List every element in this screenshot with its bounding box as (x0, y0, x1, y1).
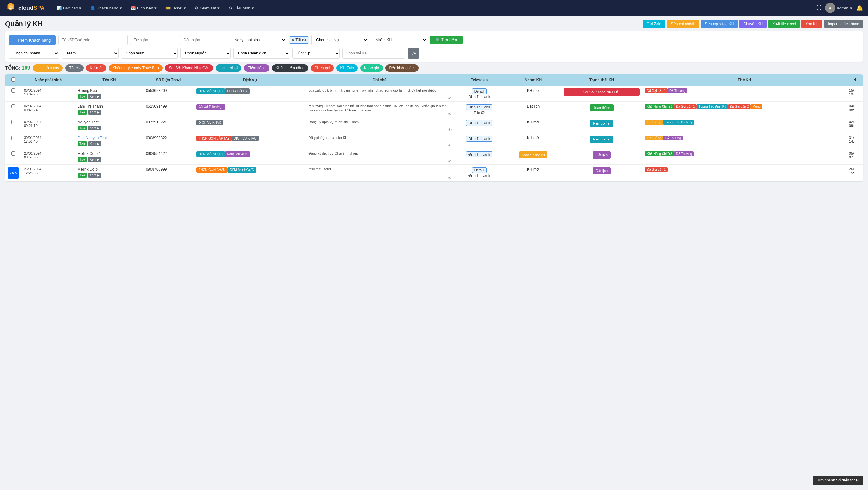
import-customer-button[interactable]: Import khách hàng (824, 20, 863, 28)
team-select[interactable]: Team (62, 48, 119, 59)
eye-icon[interactable]: 👁 (448, 112, 452, 116)
chip-new-customer[interactable]: KH mới (86, 64, 106, 72)
tao-tag[interactable]: Tạo (78, 94, 87, 99)
row-date: 28/01/2024 08:57:55 (22, 149, 75, 165)
chip-zalo[interactable]: KH Zalo (336, 64, 358, 72)
xem-tag[interactable]: Xem ▶ (88, 173, 101, 177)
telesales-name: Đinh Thị Lanh (456, 173, 503, 177)
service-tag[interactable]: DỊCH VỤ KHÁC (231, 136, 259, 141)
eye-icon[interactable]: 👁 (448, 128, 452, 132)
admin-area[interactable]: A admin ▾ (825, 3, 852, 13)
customer-name-label: Lâm Thị Thanh (78, 104, 141, 109)
chip-no-potential[interactable]: Không tiềm năng (272, 64, 308, 72)
service-tag[interactable]: ĐEM MỜ NGỰC (196, 89, 225, 94)
notification-button[interactable]: 🔔 (856, 4, 863, 11)
xem-tag[interactable]: Xem ▶ (88, 110, 101, 115)
chip-not-come[interactable]: Đến không làm (385, 64, 418, 72)
extra-filter-button[interactable]: -/+ (408, 48, 419, 59)
from-date-input[interactable] (130, 35, 178, 45)
eye-icon[interactable]: 👁 (448, 176, 452, 180)
status-badge: Hẹn gọi lại (590, 136, 614, 143)
eye-icon[interactable]: 👁 (448, 143, 452, 148)
chip-schedule[interactable]: Lịch hôm nay (33, 64, 63, 72)
service-tag[interactable]: Nâng Mũi 4DX (225, 152, 250, 157)
fullscreen-button[interactable]: ⛶ (816, 5, 822, 11)
date-type-select[interactable]: Ngày phát sinh (230, 35, 286, 45)
row-checkbox[interactable] (11, 120, 16, 124)
row-checkbox[interactable] (11, 152, 16, 156)
row-checkbox[interactable] (11, 104, 16, 108)
nav-giamsat[interactable]: ⚙ Giám sát ▾ (192, 4, 223, 12)
service-tag[interactable]: THON GỌN CHÂN (196, 167, 227, 172)
delete-customer-button[interactable]: Xóa KH (802, 20, 822, 28)
card-input[interactable] (342, 48, 405, 59)
row-note: Đăng ký dịch vụ miễn phí 1 năm👁 (306, 118, 453, 133)
card-tag: Đã Gọi Lần 1 (645, 89, 668, 93)
chip-wrong-number[interactable]: Sai Số- Không Nhu Cầu (165, 64, 213, 72)
tao-tag[interactable]: Tạo (78, 110, 87, 115)
row-note: Đã gọi điện thoại cho KH👁 (306, 133, 453, 149)
xem-tag[interactable]: Xem ▶ (88, 157, 101, 162)
service-tag[interactable]: ĐEM MỜ NGỰC (196, 152, 225, 157)
row-date: 30/01/2024 17:52:40 (22, 133, 75, 149)
service-tag[interactable]: CHƯA CÓ DV (225, 89, 250, 94)
chip-survey[interactable]: Khảo giá (360, 64, 383, 72)
service-tag[interactable]: ĐEM MỜ NGỰC (227, 167, 256, 172)
search-button[interactable]: 🔍 Tìm kiếm (430, 36, 463, 44)
edit-branch-button[interactable]: Sửa chi nhánh (667, 20, 699, 28)
user-icon: 👤 (90, 6, 95, 10)
tag-all-filter[interactable]: × Tất cả (289, 36, 309, 44)
tao-tag[interactable]: Tạo (78, 126, 87, 130)
nav-ticket[interactable]: 🎫 Ticket ▾ (162, 4, 189, 12)
tao-tag[interactable]: Tạo (78, 173, 87, 177)
service-tag[interactable]: DỊCH VỤ KHÁC (196, 120, 223, 125)
telesales-default-badge: Defaul (472, 167, 487, 173)
tao-tag[interactable]: Tạo (78, 141, 87, 146)
add-customer-button[interactable]: + Thêm Khách hàng (9, 35, 56, 45)
export-excel-button[interactable]: Xuất file excel (768, 20, 800, 28)
search-name-input[interactable] (58, 35, 128, 45)
xem-tag[interactable]: Xem ▶ (88, 94, 101, 99)
campaign-select[interactable]: Chọn Chiến dịch (233, 48, 290, 59)
edit-date-button[interactable]: Sửa ngày tạo KH (701, 20, 738, 28)
source-select[interactable]: Chọn Nguồn (180, 48, 231, 59)
xem-tag[interactable]: Xem ▶ (88, 141, 101, 146)
action-tags: TạoXem ▶ (78, 157, 141, 162)
group-badge: Khách hàng cũ (519, 152, 547, 158)
row-status: Đặt lịch (561, 149, 643, 165)
branch-select[interactable]: Chọn chi nhánh (9, 48, 59, 59)
filter-row-2: Chọn chi nhánh Team Chọn team Chọn Nguồn… (9, 48, 859, 59)
nav-cauhinh[interactable]: ⚙ Cấu hình ▾ (225, 4, 257, 12)
telesales-default-badge: Đinh Thị Lanh (466, 120, 492, 126)
province-select[interactable]: Tỉnh/Tp (292, 48, 340, 59)
chip-not-answer[interactable]: Không nghe máy-Thuê Bao (109, 64, 163, 72)
eye-icon[interactable]: 👁 (448, 96, 452, 100)
nav-lichhenn[interactable]: 📅 Lịch hẹn ▾ (128, 4, 160, 12)
service-tag[interactable]: Cô Vai Thiên Nga (196, 104, 225, 109)
send-zalo-button[interactable]: Gửi Zalo (643, 20, 665, 28)
eye-icon[interactable]: 👁 (448, 159, 452, 163)
select-all-checkbox[interactable] (11, 77, 16, 81)
chip-all[interactable]: Tất cả (65, 64, 84, 72)
row-service: ĐEM MỜ NGỰCNâng Mũi 4DX (194, 149, 306, 165)
service-select[interactable]: Chọn dịch vụ (311, 35, 368, 45)
transfer-customer-button[interactable]: Chuyển KH (739, 20, 767, 28)
logo[interactable]: ☁ cloudSPA (5, 2, 45, 13)
group-select[interactable]: Nhóm KH (371, 35, 427, 45)
to-date-input[interactable] (180, 35, 227, 45)
service-tag[interactable]: THON GỌN BẮP TAY (196, 136, 231, 141)
nav-baocao[interactable]: 📊 Báo cáo ▾ (54, 4, 85, 12)
row-checkbox[interactable] (11, 136, 16, 140)
chip-not-call[interactable]: Chưa gọi (311, 64, 334, 72)
chip-potential[interactable]: Tiềm năng (244, 64, 270, 72)
tao-tag[interactable]: Tạo (78, 157, 87, 162)
row-checkbox[interactable] (11, 89, 16, 93)
xem-tag[interactable]: Xem ▶ (88, 126, 101, 130)
nav-khachhang[interactable]: 👤 Khách hàng ▾ (87, 4, 125, 12)
row-cards: Đã Gọi Lần 1 (642, 165, 846, 182)
telesales-default-badge: Đinh Thị Lanh (466, 136, 492, 142)
row-group: KH mới (505, 118, 561, 133)
choose-team-select[interactable]: Chọn team (121, 48, 178, 59)
header: ☁ cloudSPA 📊 Báo cáo ▾ 👤 Khách hàng ▾ 📅 … (0, 0, 868, 16)
chip-callback[interactable]: Hẹn gọi lại (216, 64, 241, 72)
